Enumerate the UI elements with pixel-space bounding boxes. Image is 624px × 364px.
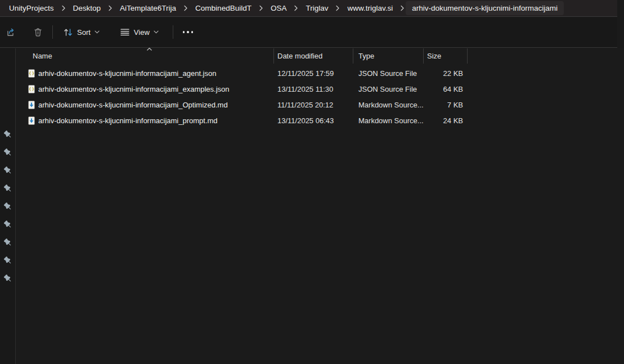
breadcrumb-item[interactable]: arhiv-dokumentov-s-kljucnimi-informacija… xyxy=(406,1,564,15)
more-options-button[interactable] xyxy=(178,23,197,42)
breadcrumb-item[interactable]: OSA xyxy=(264,1,293,15)
pin-icon xyxy=(4,203,11,210)
sort-ascending-icon xyxy=(146,47,152,51)
markdown-file-icon xyxy=(28,116,35,125)
file-list: arhiv-dokumentov-s-kljucnimi-informacija… xyxy=(16,65,624,128)
share-icon xyxy=(6,27,16,38)
json-file-icon xyxy=(28,69,35,78)
column-header-type[interactable]: Type xyxy=(353,48,424,64)
pin-icon xyxy=(4,131,11,138)
view-button-label: View xyxy=(134,28,150,37)
file-name: arhiv-dokumentov-s-kljucnimi-informacija… xyxy=(38,101,228,109)
pin-icon xyxy=(4,275,11,282)
chevron-right-icon xyxy=(259,5,263,11)
chevron-right-icon xyxy=(61,5,66,11)
file-size: 24 KB xyxy=(443,116,463,125)
column-header-date-modified[interactable]: Date modified xyxy=(274,48,353,64)
sort-button[interactable]: Sort xyxy=(58,23,105,42)
breadcrumb-item[interactable]: Triglav xyxy=(299,1,334,15)
sort-button-label: Sort xyxy=(77,28,91,37)
pin-icon xyxy=(4,149,11,156)
file-row[interactable]: arhiv-dokumentov-s-kljucnimi-informacija… xyxy=(16,81,624,97)
column-headers: Name Date modified Type Size xyxy=(16,48,624,64)
chevron-right-icon xyxy=(108,5,113,11)
share-button[interactable] xyxy=(1,23,20,42)
breadcrumb-item-label: UnityProjects xyxy=(9,4,54,12)
breadcrumb-item-label: Triglav xyxy=(306,4,328,12)
more-options-icon xyxy=(183,31,194,33)
chevron-right-icon xyxy=(335,5,340,11)
chevron-right-icon xyxy=(294,5,298,11)
toolbar: Sort View xyxy=(0,17,617,48)
column-header-label: Name xyxy=(33,52,52,60)
breadcrumb-item[interactable]: Desktop xyxy=(67,1,107,15)
file-type: Markdown Source... xyxy=(358,101,424,109)
toolbar-divider xyxy=(52,25,53,39)
file-size: 7 KB xyxy=(447,101,463,109)
pinned-item[interactable] xyxy=(0,273,15,282)
pin-icon xyxy=(4,239,11,246)
pin-icon xyxy=(4,185,11,192)
pinned-item[interactable] xyxy=(0,219,15,228)
navigation-pane xyxy=(0,48,16,364)
file-size: 22 KB xyxy=(443,69,463,78)
column-header-label: Type xyxy=(358,52,374,60)
toolbar-divider xyxy=(173,25,173,39)
column-header-name[interactable]: Name xyxy=(16,48,274,64)
file-type: JSON Source File xyxy=(358,69,417,78)
pin-icon xyxy=(4,167,11,174)
view-button[interactable]: View xyxy=(115,23,164,42)
sort-arrows-icon xyxy=(63,28,73,37)
breadcrumb-item-label: www.triglav.si xyxy=(347,4,393,12)
delete-button[interactable] xyxy=(28,23,47,42)
breadcrumb-item-label: OSA xyxy=(271,4,287,12)
file-row[interactable]: arhiv-dokumentov-s-kljucnimi-informacija… xyxy=(16,97,624,113)
chevron-right-icon xyxy=(400,5,405,11)
chevron-right-icon xyxy=(183,5,188,11)
breadcrumb-item[interactable]: AiTemplate6Trija xyxy=(114,1,182,15)
column-header-label: Date modified xyxy=(277,52,322,60)
file-name: arhiv-dokumentov-s-kljucnimi-informacija… xyxy=(38,69,216,78)
file-type: JSON Source File xyxy=(358,85,417,93)
breadcrumb: UnityProjects Desktop AiTemplate6Trija C… xyxy=(3,0,564,16)
file-name: arhiv-dokumentov-s-kljucnimi-informacija… xyxy=(38,116,218,125)
pin-icon xyxy=(4,257,11,264)
breadcrumb-item-label: CombinedBuildT xyxy=(195,4,252,12)
pinned-item[interactable] xyxy=(0,237,15,246)
pinned-item[interactable] xyxy=(0,147,15,156)
pinned-item[interactable] xyxy=(0,255,15,264)
chevron-down-icon xyxy=(95,30,100,34)
breadcrumb-item-label: AiTemplate6Trija xyxy=(120,4,176,12)
breadcrumb-bar: UnityProjects Desktop AiTemplate6Trija C… xyxy=(0,0,617,17)
breadcrumb-item-label: Desktop xyxy=(73,4,101,12)
view-list-icon xyxy=(120,28,130,37)
column-header-size[interactable]: Size xyxy=(424,48,468,64)
pinned-item[interactable] xyxy=(0,165,15,174)
breadcrumb-item-label: arhiv-dokumentov-s-kljucnimi-informacija… xyxy=(412,4,558,12)
file-date-modified: 12/11/2025 17:59 xyxy=(277,69,334,78)
pinned-item[interactable] xyxy=(0,201,15,210)
pinned-item[interactable] xyxy=(0,129,15,138)
file-row[interactable]: arhiv-dokumentov-s-kljucnimi-informacija… xyxy=(16,65,624,81)
pin-icon xyxy=(4,221,11,228)
file-date-modified: 13/11/2025 06:43 xyxy=(277,116,334,125)
file-size: 64 KB xyxy=(443,85,463,93)
json-file-icon xyxy=(28,85,35,93)
file-date-modified: 11/11/2025 20:12 xyxy=(277,101,333,109)
file-date-modified: 13/11/2025 11:30 xyxy=(277,85,333,93)
file-type: Markdown Source... xyxy=(358,116,424,125)
breadcrumb-item[interactable]: CombinedBuildT xyxy=(189,1,258,15)
file-list-pane: Name Date modified Type Size arhiv-dokum… xyxy=(0,48,624,364)
delete-icon xyxy=(33,27,43,37)
markdown-file-icon xyxy=(28,101,35,109)
chevron-down-icon xyxy=(154,30,159,34)
pinned-item[interactable] xyxy=(0,183,15,192)
column-header-label: Size xyxy=(427,52,441,60)
file-row[interactable]: arhiv-dokumentov-s-kljucnimi-informacija… xyxy=(16,113,624,128)
breadcrumb-item[interactable]: www.triglav.si xyxy=(341,1,399,15)
file-name: arhiv-dokumentov-s-kljucnimi-informacija… xyxy=(38,85,230,93)
breadcrumb-item[interactable]: UnityProjects xyxy=(3,1,60,15)
